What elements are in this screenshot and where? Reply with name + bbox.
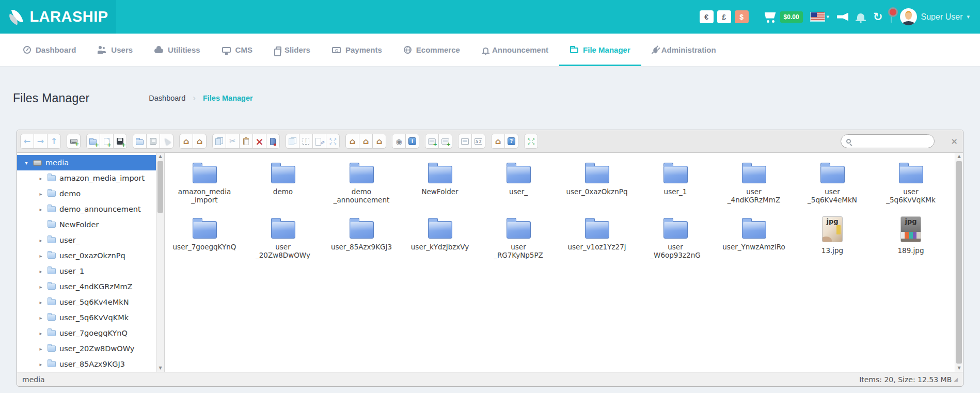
refresh-icon[interactable]: ↻ bbox=[873, 12, 882, 22]
cut-button[interactable]: ✂ bbox=[226, 134, 240, 149]
collapse-arrow-icon[interactable]: ▾ bbox=[23, 160, 29, 166]
file-user-4ndkgrzmmz[interactable]: user _4ndKGRzMmZ bbox=[715, 161, 793, 216]
up-button[interactable]: ↑ bbox=[47, 134, 61, 149]
upload-button[interactable] bbox=[113, 134, 127, 149]
get-file-button[interactable] bbox=[160, 134, 173, 149]
forward-button[interactable]: → bbox=[34, 134, 48, 149]
nav-item-cms[interactable]: CMS bbox=[211, 34, 263, 66]
expand-arrow-icon[interactable]: ▸ bbox=[38, 253, 44, 259]
scroll-up-icon[interactable]: ▲ bbox=[156, 153, 164, 160]
tree-item-media[interactable]: ▾media bbox=[17, 155, 156, 170]
language-selector[interactable]: ▾ bbox=[811, 12, 830, 21]
file-189-jpg[interactable]: jpg189.jpg bbox=[872, 216, 950, 272]
nav-item-dashboard[interactable]: Dashboard bbox=[12, 34, 87, 66]
file-user-5q6kvvqkmk[interactable]: user _5q6KvVqKMk bbox=[872, 161, 950, 216]
tree-item-demo[interactable]: ▸demo bbox=[17, 186, 156, 201]
bell-icon[interactable] bbox=[857, 13, 864, 20]
tree-item-amazon-media-import[interactable]: ▸amazon_media_import bbox=[17, 170, 156, 186]
open-button[interactable] bbox=[133, 134, 147, 149]
make-archive-button[interactable]: ⌂ bbox=[359, 134, 373, 149]
expand-arrow-icon[interactable]: ▸ bbox=[38, 284, 44, 290]
file-user-20zw8dwowy[interactable]: user _20Zw8DwOWy bbox=[244, 216, 322, 272]
download-button[interactable] bbox=[146, 134, 160, 149]
sort-button[interactable] bbox=[471, 134, 485, 149]
file-demo-announcement[interactable]: demo _announcement bbox=[322, 161, 401, 216]
expand-arrow-icon[interactable]: ▸ bbox=[38, 191, 44, 197]
file-amazon-media-import[interactable]: amazon_media _import bbox=[165, 161, 244, 216]
expand-arrow-icon[interactable]: ▸ bbox=[38, 300, 44, 305]
root-home-button[interactable]: ⌂ bbox=[491, 134, 505, 149]
resize-grip-icon[interactable]: ◢ bbox=[954, 376, 958, 382]
rename-button[interactable] bbox=[312, 134, 326, 149]
expand-arrow-icon[interactable]: ▸ bbox=[38, 269, 44, 274]
redo-button[interactable]: ⌂ bbox=[193, 134, 207, 149]
tree-item-user-7goegqkynq[interactable]: ▸user_7goegqKYnQ bbox=[17, 325, 156, 341]
tree-item-demo-announcement[interactable]: ▸demo_announcement bbox=[17, 201, 156, 217]
expand-arrow-icon[interactable]: ▸ bbox=[38, 331, 44, 336]
file-user-7goegqkynq[interactable]: user_7goegqKYnQ bbox=[165, 216, 244, 272]
file-user-kydzjbzxvy[interactable]: user_kYdzJbzxVy bbox=[401, 216, 479, 272]
nav-item-payments[interactable]: Payments bbox=[321, 34, 393, 66]
tree-scrollbar[interactable]: ▲ ▼ bbox=[156, 153, 164, 372]
user-menu[interactable]: Super User ▾ bbox=[900, 8, 970, 25]
megaphone-icon[interactable] bbox=[837, 13, 848, 21]
expand-arrow-icon[interactable]: ▸ bbox=[38, 361, 44, 367]
tree-item-user-5q6kvvqkmk[interactable]: ▸user_5q6KvVqKMk bbox=[17, 310, 156, 325]
tree-scrollbar-thumb[interactable] bbox=[157, 161, 163, 213]
tree-item-user-1[interactable]: ▸user_1 bbox=[17, 263, 156, 279]
file-user[interactable]: user_ bbox=[479, 161, 558, 216]
tree-item-user-85azx9kgj3[interactable]: ▸user_85Azx9KGJ3 bbox=[17, 356, 156, 372]
chmod-button[interactable]: ⌂ bbox=[372, 134, 386, 149]
paste-button[interactable] bbox=[239, 134, 253, 149]
back-button[interactable]: ← bbox=[20, 134, 34, 149]
currency-usd-button[interactable]: $ bbox=[735, 10, 749, 23]
nav-item-utilitiess[interactable]: Utilitiess bbox=[144, 34, 211, 66]
nav-item-ecommerce[interactable]: Ecommerce bbox=[393, 34, 471, 66]
archive-button[interactable] bbox=[266, 134, 280, 149]
new-folder-button[interactable] bbox=[86, 134, 100, 149]
currency-eur-button[interactable]: € bbox=[700, 10, 714, 23]
fullscreen-button[interactable] bbox=[524, 134, 538, 149]
file-user-rg7kynp5pz[interactable]: user _RG7KyNp5PZ bbox=[479, 216, 558, 272]
expand-arrow-icon[interactable]: ▸ bbox=[38, 315, 44, 321]
file-user-ynwzamzlro[interactable]: user_YnwzAmzlRo bbox=[715, 216, 793, 272]
undo-button[interactable]: ⌂ bbox=[179, 134, 193, 149]
close-icon[interactable]: × bbox=[951, 137, 958, 146]
breadcrumb-dashboard[interactable]: Dashboard bbox=[149, 94, 185, 102]
view-list-button[interactable] bbox=[458, 134, 472, 149]
file-newfolder[interactable]: NewFolder bbox=[401, 161, 479, 216]
netmount-button[interactable] bbox=[67, 134, 81, 149]
expand-arrow-icon[interactable]: ▸ bbox=[38, 176, 44, 181]
places-button[interactable] bbox=[425, 134, 439, 149]
new-file-button[interactable] bbox=[100, 134, 114, 149]
tree-item-user-0xazokznpq[interactable]: ▸user_0xazOkznPq bbox=[17, 248, 156, 263]
tree-item-newfolder[interactable]: NewFolder bbox=[17, 217, 156, 232]
nav-item-file-manager[interactable]: File Manager bbox=[559, 34, 641, 66]
select-all-button[interactable] bbox=[299, 134, 313, 149]
expand-arrow-icon[interactable]: ▸ bbox=[38, 207, 44, 212]
extract-button[interactable]: ⌂ bbox=[345, 134, 359, 149]
file-user-0xazokznpq[interactable]: user_0xazOkznPq bbox=[558, 161, 636, 216]
expand-arrow-icon[interactable]: ▸ bbox=[38, 238, 44, 243]
file-user-w6op93z2ng[interactable]: user _W6op93z2nG bbox=[636, 216, 715, 272]
duplicate-button[interactable] bbox=[286, 134, 299, 149]
nav-item-users[interactable]: Users bbox=[87, 34, 144, 66]
main-scrollbar-thumb[interactable] bbox=[956, 161, 962, 364]
copy-button[interactable] bbox=[212, 134, 226, 149]
main-scrollbar[interactable]: ▲ ▼ bbox=[955, 153, 963, 372]
tree-item-user-20zw8dwowy[interactable]: ▸user_20Zw8DwOWy bbox=[17, 341, 156, 356]
nav-item-announcement[interactable]: Announcement bbox=[471, 34, 559, 66]
expand-arrow-icon[interactable]: ▸ bbox=[38, 346, 44, 352]
search-input[interactable] bbox=[851, 137, 929, 145]
cart-button[interactable]: $0.00 bbox=[764, 11, 803, 23]
currency-gbp-button[interactable]: £ bbox=[717, 10, 731, 23]
scroll-down-icon[interactable]: ▼ bbox=[156, 365, 164, 372]
preview-button[interactable]: ◉ bbox=[392, 134, 406, 149]
tree-item-user[interactable]: ▸user_ bbox=[17, 232, 156, 248]
file-user-v1oz1yz27j[interactable]: user_v1oz1Yz27j bbox=[558, 216, 636, 272]
scroll-up-icon[interactable]: ▲ bbox=[955, 153, 963, 160]
file-user-5q6kv4emkn[interactable]: user _5q6Kv4eMkN bbox=[793, 161, 872, 216]
scroll-down-icon[interactable]: ▼ bbox=[955, 365, 963, 372]
tree-item-user-5q6kv4emkn[interactable]: ▸user_5q6Kv4eMkN bbox=[17, 294, 156, 310]
info-button[interactable]: i bbox=[405, 134, 419, 149]
